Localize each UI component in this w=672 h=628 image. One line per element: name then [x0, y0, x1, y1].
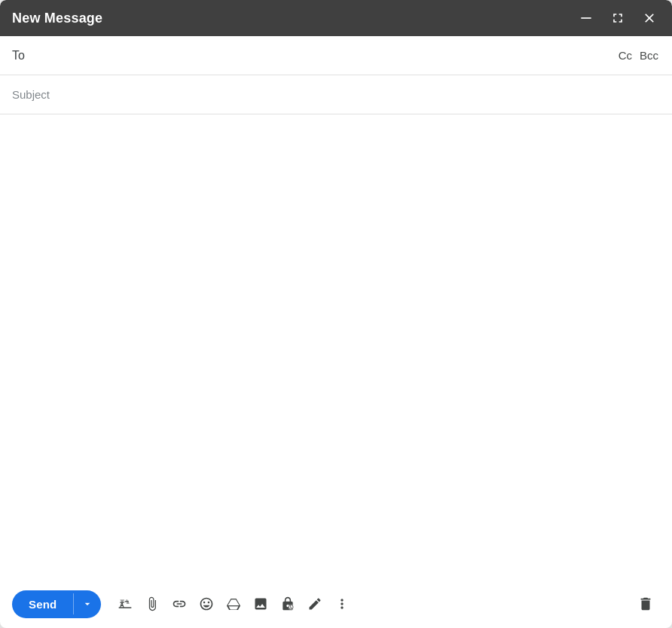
footer-right: [631, 590, 660, 618]
lock-clock-icon: [280, 596, 295, 611]
send-button-group: Send: [12, 590, 101, 618]
compose-body: [0, 114, 672, 580]
link-icon: [172, 596, 187, 611]
link-button[interactable]: [167, 592, 191, 616]
cc-button[interactable]: Cc: [617, 46, 634, 65]
compose-header: New Message: [0, 0, 672, 36]
bcc-button[interactable]: Bcc: [638, 46, 660, 65]
to-label: To: [12, 40, 36, 72]
more-options-button[interactable]: [330, 592, 354, 616]
cc-bcc-group: Cc Bcc: [617, 46, 660, 65]
attach-icon: [145, 596, 160, 611]
maximize-icon: [610, 11, 625, 26]
more-vert-icon: [334, 596, 350, 611]
emoji-icon: [199, 596, 214, 611]
discard-button[interactable]: [631, 590, 660, 618]
svg-rect-0: [581, 17, 591, 19]
compose-footer: Send A: [0, 580, 672, 628]
svg-text:A: A: [120, 602, 125, 609]
signature-icon: [307, 596, 322, 611]
minimize-button[interactable]: [576, 8, 597, 29]
body-textarea[interactable]: [12, 123, 660, 571]
drive-icon: [226, 596, 241, 611]
compose-window: New Message To Cc Bcc: [0, 0, 672, 628]
toolbar-buttons: A: [113, 592, 354, 616]
to-row: To Cc Bcc: [0, 36, 672, 75]
minimize-icon: [579, 11, 594, 26]
signature-button[interactable]: [303, 592, 327, 616]
maximize-button[interactable]: [607, 8, 628, 29]
subject-row: [0, 75, 672, 114]
header-actions: [576, 8, 660, 29]
subject-input[interactable]: [12, 79, 660, 110]
drive-button[interactable]: [221, 592, 246, 616]
photo-icon: [253, 596, 268, 611]
delete-icon: [637, 596, 654, 612]
compose-title: New Message: [12, 11, 102, 26]
send-more-options-button[interactable]: [74, 592, 101, 616]
footer-left: Send A: [12, 590, 354, 618]
close-icon: [642, 11, 657, 26]
photo-button[interactable]: [249, 592, 273, 616]
confidential-button[interactable]: [276, 592, 300, 616]
send-button[interactable]: Send: [12, 590, 73, 618]
formatting-button[interactable]: A: [113, 592, 137, 616]
attach-button[interactable]: [140, 592, 164, 616]
chevron-down-icon: [81, 598, 93, 610]
to-input[interactable]: [36, 40, 617, 71]
emoji-button[interactable]: [194, 592, 218, 616]
text-format-icon: A: [118, 596, 133, 611]
close-button[interactable]: [639, 8, 660, 29]
